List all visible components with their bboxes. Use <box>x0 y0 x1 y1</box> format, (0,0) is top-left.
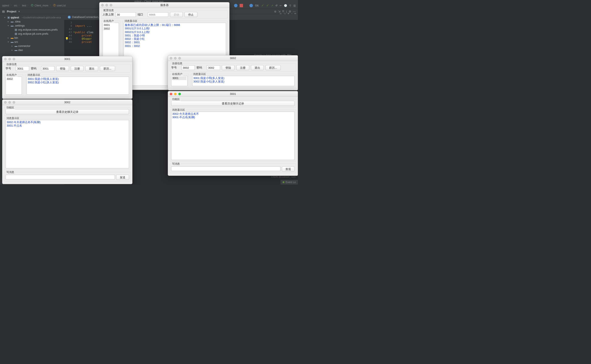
msg-line: 3001/127.0.0.1上线! <box>125 27 225 30</box>
update-icon[interactable]: ↺ <box>275 4 278 7</box>
stop-icon[interactable] <box>239 4 243 7</box>
compass-icon[interactable] <box>234 4 237 7</box>
id-input[interactable] <box>181 65 195 70</box>
bulb-icon[interactable]: 💡 <box>65 37 69 40</box>
undo-icon[interactable]: ⤺ <box>280 4 282 7</box>
id-input[interactable] <box>16 66 29 71</box>
msg-line: 3002:今天老师点名不(私聊) <box>7 121 128 124</box>
history-button[interactable]: 群历... <box>266 65 281 70</box>
zoom-icon[interactable] <box>13 58 15 60</box>
close-icon[interactable] <box>170 57 172 59</box>
online-users-list[interactable]: 3001 <box>171 76 187 86</box>
zoom-icon[interactable] <box>110 4 112 6</box>
port-label: 端口 <box>138 13 146 16</box>
msg-legend: 消息显示区 <box>171 108 186 112</box>
pw-input[interactable] <box>41 66 54 71</box>
minimize-icon[interactable] <box>174 93 177 95</box>
exit-button[interactable]: 退出 <box>85 66 98 71</box>
pantheon-icon[interactable] <box>249 4 253 7</box>
message-input[interactable] <box>6 175 115 179</box>
chat-3002-window[interactable]: 3002 功能区 查看历史聊天记录 消息显示区 3002:今天老师点名不(私聊)… <box>2 99 133 184</box>
zoom-icon[interactable] <box>178 57 181 59</box>
exit-button[interactable]: 退出 <box>251 65 264 70</box>
client-3001-window[interactable]: 3001 连接信息 学号 密码 登陆 注册 退出 群历... 在线用户 3002 <box>2 56 133 99</box>
project-root[interactable]: qqtest <box>11 16 19 19</box>
stop-button[interactable]: 停止 <box>185 12 197 17</box>
start-button[interactable]: 启动 <box>170 12 183 17</box>
msg-line: 3002:我是小红(多人发送) <box>28 81 128 84</box>
tree-folder[interactable]: .settings <box>14 24 25 27</box>
login-button[interactable]: 登陆 <box>222 65 235 70</box>
zoom-icon[interactable] <box>178 93 181 95</box>
commit2-icon[interactable]: ✓ <box>266 3 269 7</box>
msg-line: 3001：我是小明 <box>125 34 225 37</box>
tree-folder[interactable]: bin <box>14 36 18 39</box>
maxuser-label: 人数上限 <box>103 13 114 16</box>
list-item[interactable]: 3002 <box>7 77 21 81</box>
breadcrumb-item[interactable]: Client_more <box>34 4 48 7</box>
tree-folder[interactable]: connector <box>18 44 30 47</box>
list-item[interactable]: 3001 <box>172 77 186 80</box>
layout-icon[interactable]: ▥ <box>293 4 296 7</box>
register-button[interactable]: 注册 <box>236 65 249 70</box>
port-input[interactable] <box>148 12 168 17</box>
chat-messages[interactable]: 3002:今天老师点名不(私聊) 3001:不点名 <box>6 120 129 168</box>
client-messages[interactable]: 3001:我是小明(多人发送) 3002:我是小红(多人发送) <box>192 76 295 86</box>
window-title: 3001 <box>168 92 298 96</box>
zoom-icon[interactable] <box>13 101 15 104</box>
msg-line: 3002：3001 <box>125 41 225 44</box>
minimize-icon[interactable] <box>8 58 11 60</box>
close-icon[interactable] <box>4 101 7 104</box>
push-icon[interactable]: ↗ <box>271 4 273 7</box>
send-button[interactable]: 发送 <box>282 166 295 171</box>
close-icon[interactable] <box>101 4 104 6</box>
client-messages[interactable]: 3001:我是小明(多人发送) 3002:我是小红(多人发送) <box>27 77 129 95</box>
clock-icon[interactable]: 🕓 <box>284 4 287 7</box>
online-users-list[interactable]: 3002 <box>6 77 22 95</box>
id-label: 学号 <box>171 66 180 70</box>
tree-folder[interactable]: src <box>14 40 18 44</box>
write-legend: 写消息 <box>171 162 181 166</box>
ide-titlebar: qqtest – Client_more.java <box>0 0 298 2</box>
conn-legend: 连接信息 <box>6 63 18 66</box>
close-icon[interactable] <box>170 93 172 95</box>
history-button[interactable]: 群历... <box>100 66 115 71</box>
view-history-button[interactable]: 查看历史聊天记录 <box>171 101 295 106</box>
send-button[interactable]: 发送 <box>116 175 129 180</box>
view-history-button[interactable]: 查看历史聊天记录 <box>6 109 129 114</box>
breadcrumb-item[interactable]: src <box>14 4 17 7</box>
client-3002-window[interactable]: 3002 连接信息 学号 密码 登陆 注册 退出 群历... 在线用户 3001 <box>168 55 298 90</box>
tree-file[interactable]: org.eclipse.jdt.core.prefs <box>18 32 48 35</box>
tree-file[interactable]: org.eclipse.core.resources.prefs <box>18 28 58 31</box>
chat-messages[interactable]: 3002:今天老师点名不 3001:不点名(私聊) <box>171 111 295 160</box>
tree-folder[interactable]: .idea <box>14 20 20 23</box>
commit-icon[interactable]: ✓ <box>261 3 264 7</box>
message-input[interactable] <box>171 166 280 171</box>
tree-folder[interactable]: dao <box>18 48 23 52</box>
window-title: 3001 <box>2 57 132 61</box>
list-item[interactable]: 3001 <box>104 23 118 27</box>
breadcrumb-item[interactable]: userList <box>57 4 66 7</box>
minimize-icon[interactable] <box>174 57 177 59</box>
statusbar[interactable]: Event Lo <box>280 180 298 185</box>
minimize-icon[interactable] <box>8 101 11 104</box>
event-log-label[interactable]: Event Lo <box>286 181 296 184</box>
msg-line: 服务器已成功启动!人数上限：30,端口：6666 <box>125 23 225 27</box>
register-button[interactable]: 注册 <box>71 66 84 71</box>
msg-line: 3002：我是小红 <box>125 37 225 41</box>
close-icon[interactable] <box>4 58 7 60</box>
search-icon[interactable]: ⚲ <box>289 4 291 7</box>
chevron-down-icon[interactable]: ▾ <box>18 10 20 13</box>
breadcrumb-item[interactable]: test <box>22 4 26 7</box>
project-title[interactable]: Project <box>7 10 16 13</box>
pw-input[interactable] <box>207 65 220 70</box>
window-title: 3002 <box>2 101 132 104</box>
chat-3001-window[interactable]: 3001 功能区 查看历史聊天记录 消息显示区 3002:今天老师点名不 300… <box>168 91 298 176</box>
minimize-icon[interactable] <box>106 4 108 6</box>
list-item[interactable]: 3002 <box>104 27 118 31</box>
maxuser-input[interactable] <box>115 12 136 17</box>
breadcrumb-item[interactable]: qqtest <box>2 4 9 7</box>
login-button[interactable]: 登陆 <box>56 66 69 71</box>
target-icon[interactable]: ⊕ <box>274 10 276 13</box>
msg-legend: 消息显示区 <box>27 73 41 77</box>
